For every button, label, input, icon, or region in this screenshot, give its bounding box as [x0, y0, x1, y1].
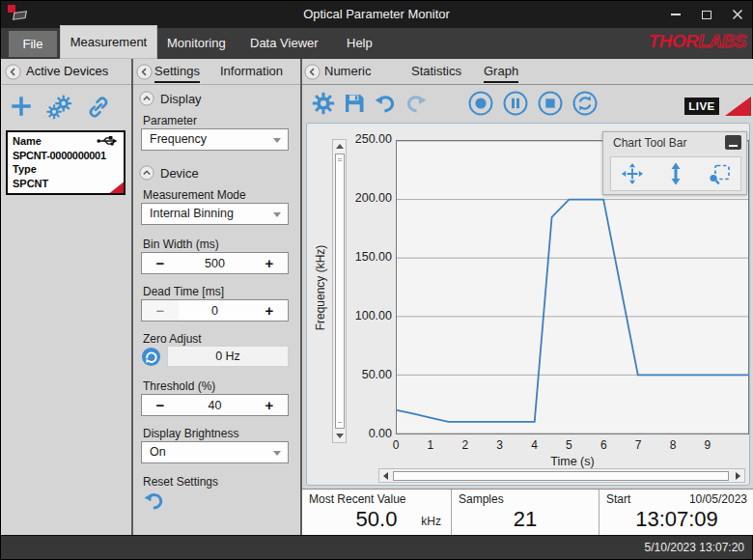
thumb-grip: [338, 422, 342, 423]
menu-item-measurement[interactable]: Measurement: [60, 25, 157, 59]
reset-settings-button[interactable]: [143, 490, 165, 512]
scroll-left-button[interactable]: [379, 469, 392, 482]
device-card[interactable]: Name SPCNT-0000000001 Type SPCNT: [6, 130, 126, 195]
chart-horizontal-scrollbar[interactable]: [378, 468, 745, 483]
save-icon: [346, 95, 364, 112]
device-type-label: Type: [13, 162, 119, 177]
connect-device-button[interactable]: [86, 95, 111, 120]
scroll-up-button[interactable]: [333, 140, 346, 153]
parameter-select[interactable]: Frequency: [141, 128, 289, 151]
display-section-header[interactable]: Display: [139, 91, 202, 106]
threshold-decrease-button[interactable]: −: [142, 395, 179, 415]
tab-graph[interactable]: Graph: [484, 64, 518, 83]
pan-arrows-icon: [622, 163, 643, 184]
zero-adjust-field[interactable]: 0 Hz: [167, 346, 289, 367]
chevron-up-circle-icon: [139, 91, 154, 106]
scroll-right-button[interactable]: [732, 469, 744, 482]
zero-adjust-row: 0 Hz: [141, 346, 289, 367]
x-tick-label: 1: [421, 438, 440, 452]
panel-title: Active Devices: [26, 64, 108, 78]
tab-settings[interactable]: Settings: [154, 64, 200, 83]
threshold-value[interactable]: 40: [179, 395, 251, 415]
gears-icon: [47, 96, 71, 120]
chart-tool-bar-minimize-button[interactable]: [725, 135, 741, 150]
dead-time-label: Dead Time [ms]: [143, 285, 224, 298]
bin-width-stepper: − 500 +: [141, 252, 289, 274]
collapse-monitor-button[interactable]: [304, 64, 321, 80]
menu-item-data-viewer[interactable]: Data Viewer: [250, 28, 319, 59]
x-tick-label: 0: [386, 438, 405, 452]
device-settings-button[interactable]: [46, 95, 71, 120]
active-devices-header: Active Devices: [1, 59, 131, 85]
menu-bar: File Measurement Monitoring Data Viewer …: [1, 28, 752, 59]
chart-tool-bar-header[interactable]: Chart Tool Bar: [603, 132, 746, 155]
auto-restart-button[interactable]: [572, 90, 599, 117]
dead-time-decrease-button[interactable]: −: [142, 300, 179, 321]
y-tick-label: 100.00: [346, 309, 392, 322]
dead-time-increase-button[interactable]: +: [251, 300, 288, 321]
dead-time-value[interactable]: 0: [179, 300, 251, 321]
menu-item-help[interactable]: Help: [347, 28, 373, 59]
display-brightness-select[interactable]: On: [141, 441, 289, 463]
chart-vertical-scrollbar[interactable]: [332, 139, 347, 443]
record-button[interactable]: [467, 90, 494, 117]
device-type: SPCNT: [13, 177, 119, 191]
vertical-scroll-thumb[interactable]: [335, 154, 345, 429]
window-controls: [667, 1, 746, 28]
device-section-header[interactable]: Device: [139, 165, 199, 181]
zero-adjust-button[interactable]: [141, 347, 161, 367]
chevron-down-icon: [273, 138, 281, 143]
start-date: 10/05/2023: [689, 492, 747, 506]
logo-part-labs: LABS: [698, 31, 746, 51]
parameter-label: Parameter: [143, 114, 197, 127]
measurement-mode-select[interactable]: Internal Binning: [141, 203, 289, 225]
display-brightness-label: Display Brightness: [143, 427, 238, 440]
collapse-panel-button[interactable]: [5, 64, 21, 80]
add-device-button[interactable]: [9, 94, 34, 119]
pan-tool-button[interactable]: [621, 162, 644, 185]
menu-item-file[interactable]: File: [9, 31, 57, 57]
redo-button[interactable]: [404, 92, 428, 115]
link-icon: [91, 98, 106, 116]
chart-settings-button[interactable]: [312, 92, 335, 115]
tab-information[interactable]: Information: [220, 64, 283, 81]
menu-item-monitoring[interactable]: Monitoring: [167, 28, 226, 59]
vertical-scale-tool-button[interactable]: [664, 162, 687, 185]
active-devices-panel: Active Devices Name SPCNT-0000000001 Typ…: [1, 59, 131, 535]
triangle-down-icon: [336, 434, 344, 438]
chevron-left-icon: [6, 65, 20, 79]
stop-button[interactable]: [537, 90, 564, 117]
tab-numeric[interactable]: Numeric: [324, 64, 371, 81]
status-bar: 5/10/2023 13:07:20: [1, 535, 752, 560]
x-tick-label: 2: [456, 438, 475, 452]
maximize-button[interactable]: [698, 6, 715, 23]
minimize-button[interactable]: [667, 6, 684, 23]
bin-width-decrease-button[interactable]: −: [142, 253, 179, 273]
refresh-icon: [142, 347, 160, 365]
minimize-icon: [671, 14, 681, 15]
tab-statistics[interactable]: Statistics: [411, 64, 461, 81]
bin-width-value[interactable]: 500: [179, 253, 251, 273]
zero-adjust-label: Zero Adjust: [143, 332, 202, 346]
bin-width-increase-button[interactable]: +: [251, 253, 288, 273]
start-time-cell: Start 10/05/2023 13:07:09: [600, 490, 753, 535]
most-recent-value-label: Most Recent Value: [309, 492, 406, 506]
close-button[interactable]: [729, 6, 746, 23]
horizontal-scroll-thumb[interactable]: [393, 471, 729, 481]
triangle-up-icon: [336, 144, 344, 149]
measurement-mode-value: Internal Binning: [150, 207, 234, 220]
threshold-increase-button[interactable]: +: [251, 395, 288, 415]
save-button[interactable]: [343, 92, 366, 115]
scroll-down-button[interactable]: [333, 430, 346, 442]
undo-button[interactable]: [374, 92, 397, 115]
close-icon: [732, 9, 743, 20]
live-badge: LIVE: [684, 98, 719, 115]
threshold-stepper: − 40 +: [141, 394, 289, 416]
monitor-panel-header: Numeric Statistics Graph: [302, 59, 753, 85]
collapse-settings-button[interactable]: [136, 64, 153, 80]
pause-button[interactable]: [502, 90, 529, 117]
zoom-region-tool-button[interactable]: [708, 162, 731, 185]
bin-width-label: Bin Width (ms): [143, 238, 219, 251]
y-tick-label: 0.00: [346, 427, 392, 440]
y-tick-label: 50.00: [346, 368, 392, 381]
